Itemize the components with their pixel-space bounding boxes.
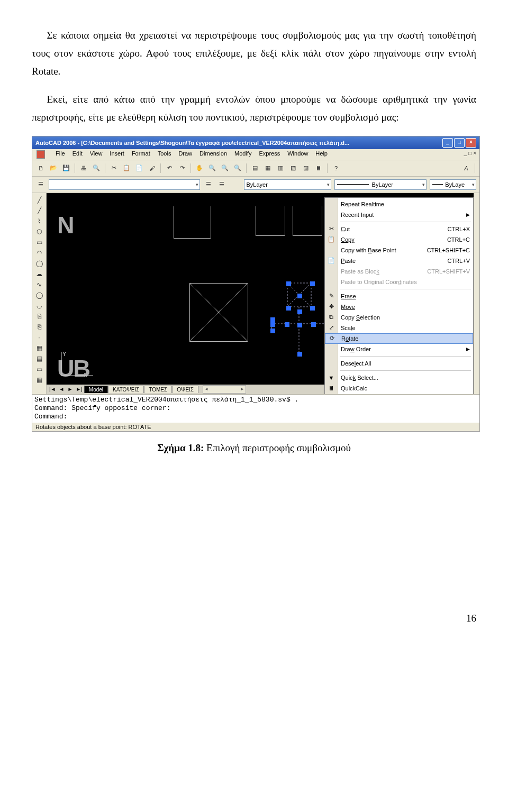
- spline-icon[interactable]: ∿: [34, 280, 44, 289]
- grip[interactable]: [270, 322, 275, 327]
- region-icon[interactable]: ▭: [34, 364, 44, 374]
- ellipse-icon[interactable]: ◯: [34, 290, 44, 300]
- drawing-canvas[interactable]: N: [47, 193, 474, 394]
- save-icon[interactable]: 💾: [61, 163, 71, 174]
- maximize-button[interactable]: □: [454, 138, 465, 148]
- doc-close[interactable]: ×: [473, 150, 476, 156]
- tab-tomes[interactable]: ΤΟΜΕΣ: [144, 386, 172, 393]
- revcloud-icon[interactable]: ☁: [34, 269, 44, 279]
- zoom-rt-icon[interactable]: 🔍: [207, 163, 217, 174]
- pan-icon[interactable]: ✋: [194, 163, 205, 174]
- tab-model[interactable]: Model: [84, 386, 108, 393]
- ctx-draw-order[interactable]: Draw Order▶: [325, 344, 473, 354]
- grip[interactable]: [270, 317, 275, 322]
- toolpal-icon[interactable]: ▥: [275, 163, 286, 174]
- block-insert-icon[interactable]: ⎘: [34, 312, 44, 321]
- copy-icon[interactable]: 📋: [121, 163, 132, 174]
- menu-window[interactable]: Window: [287, 150, 308, 159]
- menu-format[interactable]: Format: [132, 150, 150, 159]
- ctx-quickcalc[interactable]: 🖩QuickCalc: [325, 383, 473, 394]
- ctx-paste[interactable]: 📄PasteCTRL+V: [325, 256, 473, 266]
- menu-draw[interactable]: Draw: [178, 150, 192, 159]
- grip[interactable]: [297, 294, 302, 298]
- ctx-deselect[interactable]: Deselect All: [325, 358, 473, 369]
- zoom-prev-icon[interactable]: 🔍: [232, 163, 243, 174]
- grip[interactable]: [285, 322, 289, 327]
- ctx-rotate[interactable]: ⟳Rotate: [325, 333, 473, 344]
- props-icon[interactable]: ▤: [250, 163, 260, 174]
- menu-express[interactable]: Express: [259, 150, 280, 159]
- ctx-find[interactable]: 🔍Find...: [325, 394, 473, 394]
- menu-dimension[interactable]: Dimension: [199, 150, 227, 159]
- grip[interactable]: [286, 281, 291, 286]
- print-icon[interactable]: 🖶: [78, 163, 89, 174]
- ctx-copy-basepoint[interactable]: Copy with Base PointCTRL+SHIFT+C: [325, 245, 473, 256]
- tab-nav-next[interactable]: ►: [66, 386, 74, 392]
- ctx-scale[interactable]: ⤢Scale: [325, 323, 473, 333]
- open-icon[interactable]: 📂: [48, 163, 59, 174]
- tab-nav-last[interactable]: ►|: [74, 386, 84, 392]
- grip[interactable]: [270, 329, 275, 333]
- circle-icon[interactable]: ◯: [34, 259, 44, 268]
- ctx-copy-selection[interactable]: ⧉Copy Selection: [325, 312, 473, 323]
- help-icon[interactable]: ?: [331, 163, 341, 174]
- menu-edit[interactable]: Edit: [72, 150, 83, 159]
- ctx-quick-select[interactable]: ▼Quick Select...: [325, 372, 473, 383]
- tab-opseis[interactable]: ΟΨΕΙΣ: [172, 386, 198, 393]
- hatch-icon[interactable]: ▦: [34, 343, 44, 353]
- arc-icon[interactable]: ◠: [34, 248, 44, 258]
- pline-icon[interactable]: ⌇: [34, 216, 44, 226]
- line-icon[interactable]: ╱: [34, 195, 44, 205]
- xline-icon[interactable]: ╱: [34, 206, 44, 215]
- grip[interactable]: [310, 281, 315, 286]
- preview-icon[interactable]: 🔍: [91, 163, 102, 174]
- calc-icon[interactable]: 🖩: [313, 163, 324, 174]
- tab-nav-prev[interactable]: ◄: [58, 386, 66, 392]
- ctx-erase[interactable]: ✎Erase: [325, 291, 473, 302]
- tab-nav-first[interactable]: |◄: [48, 386, 58, 392]
- menu-tools[interactable]: Tools: [158, 150, 171, 159]
- doc-restore[interactable]: □: [468, 150, 471, 156]
- layers-icon[interactable]: ☰: [35, 179, 46, 190]
- undo-icon[interactable]: ↶: [164, 163, 175, 174]
- lineweight-combo[interactable]: ByLaye: [430, 179, 476, 190]
- layer-combo[interactable]: [49, 179, 200, 190]
- cut-icon[interactable]: ✂: [108, 163, 119, 174]
- layer-prev-icon[interactable]: ☰: [203, 179, 213, 190]
- point-icon[interactable]: ·: [34, 333, 44, 342]
- layer-states-icon[interactable]: ☰: [217, 179, 227, 190]
- grip[interactable]: [297, 309, 302, 314]
- new-icon[interactable]: 🗋: [35, 163, 46, 174]
- markup-icon[interactable]: ▨: [301, 163, 311, 174]
- block-make-icon[interactable]: ⎘: [34, 322, 44, 332]
- ctx-repeat[interactable]: Repeat Realtime: [325, 199, 473, 209]
- grip[interactable]: [286, 306, 291, 311]
- menu-insert[interactable]: Insert: [110, 150, 124, 159]
- sheetset-icon[interactable]: ▧: [288, 163, 298, 174]
- doc-minimize[interactable]: _: [464, 150, 467, 156]
- text-style-a-icon[interactable]: A: [461, 163, 471, 174]
- zoom-win-icon[interactable]: 🔍: [220, 163, 230, 174]
- ctx-copy[interactable]: 📋CopyCTRL+C: [325, 234, 473, 245]
- dcenter-icon[interactable]: ▦: [262, 163, 273, 174]
- table-icon[interactable]: ▦: [34, 375, 44, 385]
- h-scrollbar[interactable]: [203, 385, 246, 394]
- tab-katopseis[interactable]: ΚΑΤΟΨΕΙΣ: [108, 386, 144, 393]
- grip[interactable]: [297, 352, 302, 357]
- ctx-move[interactable]: ✥Move: [325, 302, 473, 312]
- close-button[interactable]: ×: [466, 138, 476, 148]
- ellipse-arc-icon[interactable]: ◡: [34, 301, 44, 311]
- paste-icon[interactable]: 📄: [134, 163, 144, 174]
- gradient-icon[interactable]: ▤: [34, 354, 44, 363]
- polygon-icon[interactable]: ⬡: [34, 227, 44, 236]
- linetype-combo[interactable]: ByLayer: [334, 179, 427, 190]
- grip[interactable]: [310, 306, 315, 311]
- minimize-button[interactable]: _: [442, 138, 453, 148]
- rectangle-icon[interactable]: ▭: [34, 238, 44, 247]
- menu-help[interactable]: Help: [315, 150, 328, 159]
- command-window[interactable]: Settings\Temp\electrical_VER2004απαιτήσε…: [32, 394, 479, 422]
- menu-modify[interactable]: Modify: [234, 150, 251, 159]
- grip[interactable]: [311, 322, 316, 327]
- menu-view[interactable]: View: [90, 150, 103, 159]
- ctx-recent-input[interactable]: Recent Input▶: [325, 209, 473, 220]
